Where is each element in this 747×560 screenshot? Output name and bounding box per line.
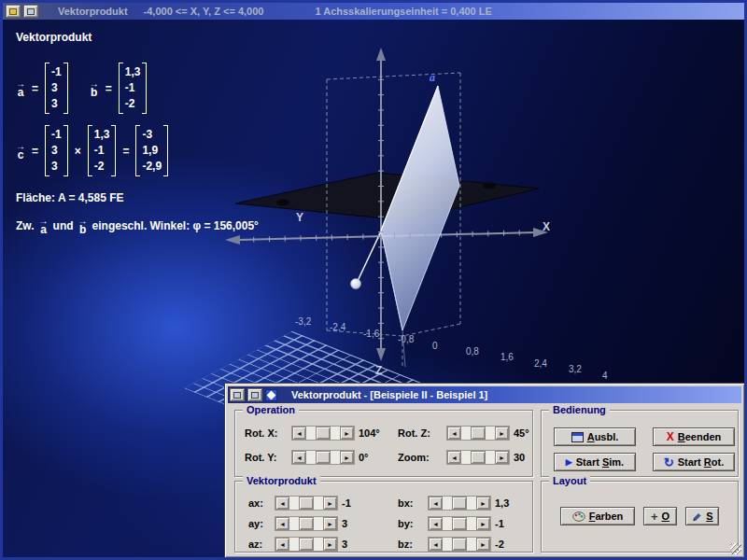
left-arrow-icon: ◄ [432,541,439,548]
ay-scrollbar[interactable]: ◄ ► [275,516,338,531]
operand-b-matrix: 1,3 -1 -2 [88,125,117,176]
scrollbar-track[interactable] [443,517,476,530]
scrollbar-track[interactable] [306,451,340,464]
scroll-right-button[interactable]: ► [340,451,354,464]
matrix-value: -3 [142,127,162,143]
scroll-left-button[interactable]: ◄ [429,517,443,530]
scrollbar-track[interactable] [306,427,340,440]
scrollbar-track[interactable] [443,538,476,551]
scrollbar-thumb[interactable] [452,538,467,551]
scroll-right-button[interactable]: ► [323,538,337,551]
rot-z-scrollbar[interactable]: ◄ ► [446,426,510,441]
matrix-value: -2,9 [142,159,162,175]
start-rot-button[interactable]: ↻ Start Rot. [653,453,735,471]
rot-z-value: 45° [514,427,542,439]
app-mini-icon [9,8,17,15]
beenden-button[interactable]: X Beenden [653,427,735,446]
ax-value: -1 [342,497,394,509]
scrollbar-thumb[interactable] [452,497,467,510]
by-scrollbar[interactable]: ◄ ► [428,516,491,531]
rot-y-scrollbar[interactable]: ◄ ► [291,450,355,465]
left-arrow-icon: ◄ [279,541,286,548]
scrollbar-track[interactable] [461,427,495,440]
scroll-right-button[interactable]: ► [476,497,490,510]
window-gadget-icon-1[interactable] [6,5,21,18]
settings-button[interactable]: S [685,507,719,525]
scroll-left-button[interactable]: ◄ [275,497,289,510]
matrix-value: -1 [51,127,62,143]
ausbl-button[interactable]: Ausbl. [554,427,636,446]
left-arrow-icon: ◄ [451,455,458,461]
scroll-right-button[interactable]: ► [476,517,490,530]
group-vektorprodukt: Vektorprodukt ax: ◄ ► -1 bx: ◄ ► 1,3 ay: [234,481,533,553]
scroll-left-button[interactable]: ◄ [447,427,461,440]
window-mini-icon [27,8,35,15]
az-value: 3 [342,539,394,550]
window-gadget-icon-1[interactable] [230,388,245,401]
axis-tick-label: -3,2 [295,316,312,327]
bx-scrollbar[interactable]: ◄ ► [428,496,491,511]
scroll-left-button[interactable]: ◄ [429,497,443,510]
vector-c-symbol: →c [16,142,25,161]
scrollbar-thumb[interactable] [471,427,486,440]
ax-scrollbar[interactable]: ◄ ► [275,496,338,511]
scroll-right-button[interactable]: ► [323,517,337,530]
right-arrow-icon: ► [327,500,333,507]
start-sim-button[interactable]: ▶ Start Sim. [554,453,636,471]
axis-tick-label: 3,2 [569,364,582,374]
origin-button[interactable]: + O [643,507,677,525]
scrollbar-track[interactable] [289,517,323,530]
group-title: Layout [549,475,590,486]
scroll-left-button[interactable]: ◄ [429,538,443,551]
axis-unit-label: 1 Achsskalierungseinheit = 0,400 LE [315,6,491,17]
scroll-right-button[interactable]: ► [495,451,509,464]
window-gadget-icon-2[interactable] [247,388,262,401]
panel-titlebar[interactable]: Vektorprodukt - [Beispiele II - Beispiel… [228,386,741,403]
main-titlebar[interactable]: Vektorprodukt -4,000 <= X, Y, Z <= 4,000… [3,3,744,20]
vector-b-matrix: 1,3 -1 -2 [119,63,148,114]
window-gadget-icon-2[interactable] [23,5,38,18]
rot-x-scrollbar[interactable]: ◄ ► [291,426,355,441]
right-arrow-icon: ► [327,521,333,527]
scrollbar-thumb[interactable] [316,451,331,464]
right-arrow-icon: ► [327,541,333,548]
scroll-right-button[interactable]: ► [476,538,490,551]
scroll-left-button[interactable]: ◄ [447,451,461,464]
scroll-right-button[interactable]: ► [340,427,354,440]
window-mini-icon [251,392,259,399]
by-label: by: [398,518,424,529]
equals-sign: = [122,145,129,158]
zoom-scrollbar[interactable]: ◄ ► [446,450,510,465]
scrollbar-track[interactable] [289,538,323,551]
equals-sign: = [32,82,38,95]
scroll-left-button[interactable]: ◄ [292,451,306,464]
scrollbar-track[interactable] [461,451,495,464]
scroll-right-button[interactable]: ► [495,427,509,440]
rot-x-label: Rot. X: [245,427,288,439]
scrollbar-thumb[interactable] [299,517,314,530]
scrollbar-track[interactable] [289,497,323,510]
left-arrow-icon: ◄ [451,430,458,437]
farben-button[interactable]: Farben [560,507,635,525]
az-scrollbar[interactable]: ◄ ► [275,537,338,552]
scrollbar-thumb[interactable] [299,497,314,510]
scroll-left-button[interactable]: ◄ [275,538,289,551]
axis-tick-label: 2,4 [534,358,547,369]
bz-scrollbar[interactable]: ◄ ► [428,537,491,552]
app-window: Vektorprodukt -4,000 <= X, Y, Z <= 4,000… [0,0,747,560]
matrix-value: -1 [125,80,141,96]
scroll-right-button[interactable]: ► [323,497,337,510]
palette-icon [572,511,585,522]
scrollbar-thumb[interactable] [452,517,467,530]
scrollbar-thumb[interactable] [316,427,331,440]
z-axis-bottom-arrowhead [376,348,386,361]
scroll-left-button[interactable]: ◄ [292,427,306,440]
scrollbar-thumb[interactable] [299,538,314,551]
axis-tick-label: -1,6 [363,329,380,339]
scroll-left-button[interactable]: ◄ [275,517,289,530]
resize-grip[interactable] [730,543,741,554]
plane-knob-right [483,183,496,189]
matrix-value: 3 [51,80,62,96]
scrollbar-thumb[interactable] [471,451,486,464]
scrollbar-track[interactable] [443,497,476,510]
